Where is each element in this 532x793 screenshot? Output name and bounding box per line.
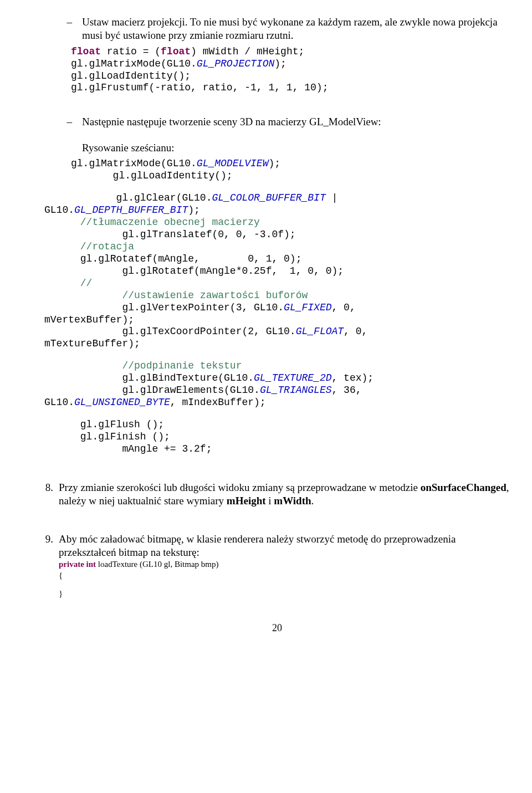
numbered-item-9: 9. Aby móc załadować bitmapę, w klasie r… [39,533,510,600]
code-block-1: float ratio = (float) mWidth / mHeight; … [71,46,510,95]
comment: //ustawienie zawartości buforów [122,290,308,301]
code-block-5: gl.glFlush (); gl.glFinish (); mAngle +=… [44,419,510,456]
constant: GL_PROJECTION [197,58,274,69]
constant: GL_MODELVIEW [197,158,269,169]
numbered-item-8: 8. Przy zmianie szerokości lub długości … [39,481,510,508]
bullet-text: Następnie następuje tworzenie sceny 3D n… [82,115,510,129]
bold-mHeight: mHeight [227,495,266,507]
item-number: 8. [39,481,59,508]
keyword: float [161,46,191,57]
comment: //podpinanie tekstur [122,360,242,371]
constant: GL_FLOAT [296,326,344,337]
code-block-2: gl.glMatrixMode(GL10.GL_MODELVIEW); gl.g… [71,158,510,182]
brace-open: { [59,570,510,581]
constant: GL_COLOR_BUFFER_BIT [212,192,325,203]
bullet-item-2: – Następnie następuje tworzenie sceny 3D… [61,115,510,129]
page-number: 20 [44,622,510,635]
comment: //rotacja [80,241,134,252]
bullet-text: Ustaw macierz projekcji. To nie musi być… [82,16,510,43]
code-block-3: gl.glClear(GL10.GL_COLOR_BUFFER_BIT | GL… [44,192,510,350]
constant: GL_FIXED [284,302,331,313]
constant: GL_UNSIGNED_BYTE [74,397,170,408]
constant: GL_DEPTH_BUFFER_BIT [74,204,188,216]
constant: GL_TRIANGLES [260,385,332,396]
constant: GL_TEXTURE_2D [254,372,331,383]
subheading: Rysowanie sześcianu: [82,141,510,155]
brace-close: } [59,589,510,600]
bold-mWidth: mWidth [274,495,311,507]
method-signature: private int loadTexture (GL10 gl, Bitmap… [59,559,510,570]
keyword: float [71,46,101,57]
code-block-4: //podpinanie tekstur gl.glBindTexture(GL… [44,360,510,409]
bold-onSurfaceChanged: onSurfaceChanged [421,482,507,493]
bullet-dash: – [61,16,82,43]
keyword: private int [59,560,98,569]
item-number: 9. [39,533,59,600]
comment: //tłumaczenie obecnej macierzy [80,217,260,228]
item-body: Przy zmianie szerokości lub długości wid… [59,481,510,508]
bullet-item-1: – Ustaw macierz projekcji. To nie musi b… [61,16,510,43]
item-body: Aby móc załadować bitmapę, w klasie rend… [59,533,510,600]
bullet-dash: – [61,115,82,129]
comment: // [80,278,93,289]
